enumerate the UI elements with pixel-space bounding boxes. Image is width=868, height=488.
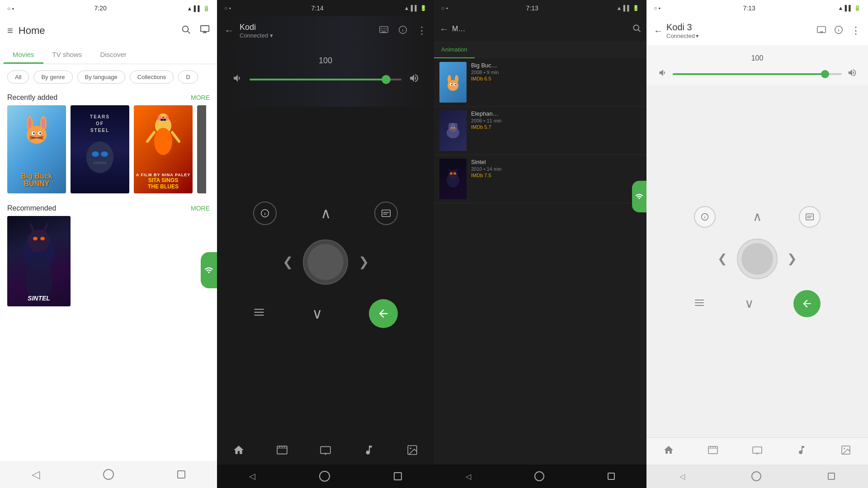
elephants-imdb: IMDb 5.7 [471, 124, 641, 130]
search-icon-3[interactable] [632, 23, 641, 35]
nav-home-btn-2[interactable] [233, 444, 245, 456]
filter-language[interactable]: By language [77, 70, 125, 84]
subtitles-ctrl-btn-2[interactable] [374, 202, 398, 225]
svg-rect-24 [93, 162, 107, 164]
filter-all[interactable]: All [7, 70, 29, 84]
down-btn-2[interactable]: ∨ [305, 302, 329, 325]
left-btn-4[interactable]: ❮ [712, 248, 733, 270]
bbb-list-image [444, 71, 462, 94]
recently-added-more[interactable]: MORE [191, 94, 210, 101]
nav-recents-1[interactable] [177, 470, 185, 479]
more-icon-4[interactable]: ⋮ [851, 25, 861, 37]
right-btn-4[interactable]: ❯ [781, 248, 803, 270]
svg-rect-60 [382, 210, 390, 216]
movie-tos[interactable]: TEARS OF STEEL [71, 105, 129, 193]
nav-photos-btn-4[interactable] [840, 445, 851, 458]
nav-home-3[interactable] [534, 471, 544, 481]
elephants-info: Elephan… 2006 • 11 min IMDb 5.7 [471, 110, 641, 130]
keyboard-icon-4[interactable] [816, 25, 826, 37]
dpad-center-2[interactable] [303, 239, 348, 285]
list-item-elephants[interactable]: Elephan… 2006 • 11 min IMDb 5.7 [434, 107, 646, 155]
volume-slider-4[interactable] [673, 73, 842, 75]
tab-movies[interactable]: Movies [4, 45, 43, 64]
elephants-thumb [439, 110, 467, 151]
tab-tvshows[interactable]: TV shows [43, 45, 91, 64]
sintel-list-image [444, 168, 462, 190]
nav-back-1[interactable]: ◁ [32, 468, 40, 481]
nav-recents-3[interactable] [608, 473, 615, 480]
svg-point-33 [162, 117, 164, 118]
nav-home-2[interactable] [319, 471, 330, 482]
menu-btn-2[interactable] [253, 306, 265, 321]
list-item-sintel[interactable]: Sintel 2010 • 14 min IMDb 7.5 [434, 155, 646, 203]
cast-icon[interactable] [200, 24, 210, 37]
vol-max-icon-4[interactable] [847, 68, 857, 80]
back-green-btn-4[interactable] [793, 290, 821, 317]
svg-point-22 [92, 151, 99, 157]
svg-point-77 [455, 75, 458, 83]
search-icon[interactable] [181, 24, 191, 37]
movie-sita[interactable]: A FILM BY NINA PALEY Sita Singsthe Blues [134, 105, 193, 193]
svg-point-87 [453, 127, 456, 129]
kodi3-dropdown-arrow[interactable]: ▾ [696, 33, 699, 39]
status-icons-left-2: ○ ▪ [224, 5, 231, 11]
remote-device-indicator[interactable] [201, 252, 217, 288]
bbb-list-thumb [439, 62, 467, 103]
sintel-label: SINTEL [7, 295, 71, 302]
down-btn-4[interactable]: ∨ [738, 293, 760, 314]
nav-back-4[interactable]: ◁ [679, 472, 685, 481]
svg-point-73 [633, 25, 639, 30]
filter-genre[interactable]: By genre [33, 70, 72, 84]
nav-photos-btn-2[interactable] [406, 444, 418, 456]
up-btn-4[interactable]: ∧ [746, 206, 768, 228]
nav-music-btn-4[interactable] [796, 445, 807, 458]
android-nav-3: ◁ [434, 465, 646, 488]
nav-back-3[interactable]: ◁ [466, 472, 471, 481]
dpad-center-4[interactable] [737, 239, 778, 279]
up-btn-2[interactable]: ∧ [314, 202, 337, 225]
svg-rect-110 [806, 214, 814, 220]
back-icon-4[interactable]: ← [654, 26, 663, 36]
menu-icon[interactable]: ≡ [7, 25, 13, 37]
back-green-btn-2[interactable] [369, 299, 398, 328]
dpad-middle-2: ❮ ❯ [276, 239, 375, 285]
info-ctrl-btn-4[interactable] [694, 206, 716, 228]
svg-point-14 [39, 132, 41, 134]
recently-added-header: Recently added MORE [0, 90, 217, 105]
info-icon-4[interactable] [834, 25, 844, 37]
vol-min-icon-4[interactable] [657, 68, 667, 80]
filter-d[interactable]: D [178, 70, 198, 84]
nav-home-4[interactable] [751, 471, 761, 481]
movie-sintel[interactable]: SINTEL [7, 216, 71, 306]
menu-btn-4[interactable] [694, 297, 705, 310]
nav-recents-4[interactable] [828, 473, 835, 480]
svg-point-8 [42, 118, 45, 129]
nav-tv-btn-2[interactable] [320, 444, 331, 456]
nav-back-2[interactable]: ◁ [249, 471, 255, 481]
nav-music-btn-2[interactable] [363, 444, 375, 456]
left-btn-2[interactable]: ❮ [276, 250, 299, 274]
back-icon-3[interactable]: ← [439, 24, 448, 34]
recommended-row: SINTEL [0, 216, 217, 306]
nav-movies-btn-2[interactable] [276, 444, 288, 456]
nav-home-1[interactable] [103, 469, 114, 480]
recommended-more[interactable]: MORE [191, 205, 210, 212]
subtitles-ctrl-btn-4[interactable] [799, 206, 821, 228]
nav-home-btn-4[interactable] [663, 445, 674, 458]
tab-animation-3[interactable]: Animation [434, 42, 475, 58]
remote-indicator-3[interactable] [632, 181, 646, 212]
list-item-bbb[interactable]: Big Buc… 2008 • 9 min IMDb 6.5 [434, 58, 646, 107]
volume-slider-2[interactable] [250, 79, 401, 80]
tab-discover[interactable]: Discover [91, 45, 135, 64]
kodi3-toolbar: ← Kodi 3 Connected ▾ ⋮ [646, 16, 868, 45]
nav-tv-btn-4[interactable] [752, 445, 763, 458]
movie-bbb[interactable]: Big BuckBUNNY [7, 105, 66, 193]
nav-recents-2[interactable] [394, 472, 402, 480]
nav-movies-btn-4[interactable] [708, 445, 718, 458]
info-ctrl-btn-2[interactable] [253, 202, 277, 225]
top-controls-4: ∧ [694, 206, 821, 228]
filter-collections[interactable]: Collections [130, 70, 174, 84]
volume-row-4 [657, 68, 857, 80]
svg-line-1 [188, 31, 190, 33]
right-btn-2[interactable]: ❯ [352, 250, 375, 274]
